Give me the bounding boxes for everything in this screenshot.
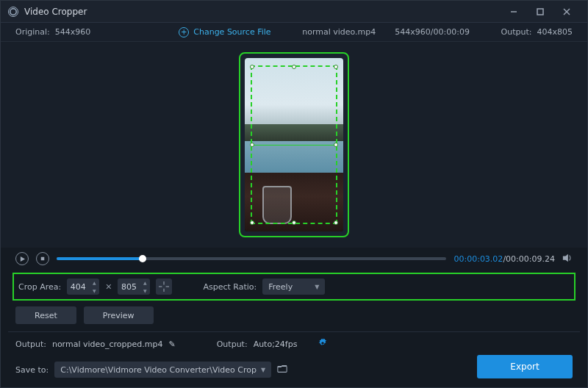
crop-height-input[interactable]: [118, 282, 140, 292]
save-path-value: C:\Vidmore\Vidmore Video Converter\Video…: [60, 365, 257, 375]
change-source-label: Change Source File: [193, 27, 270, 37]
reset-button[interactable]: Reset: [15, 306, 76, 324]
plus-icon: +: [179, 27, 189, 37]
preview-area: [1, 42, 587, 248]
chevron-up-icon[interactable]: ▲: [140, 279, 150, 287]
svg-marker-5: [20, 256, 24, 262]
crop-area-label: Crop Area:: [18, 282, 61, 292]
video-thumbnail: [245, 58, 343, 231]
preview-button[interactable]: Preview: [84, 306, 154, 324]
svg-rect-2: [537, 9, 543, 15]
chevron-down-icon[interactable]: ▼: [140, 287, 150, 295]
player-controls: 00:00:03.02/00:00:09.24: [1, 248, 587, 270]
chevron-down-icon[interactable]: ▼: [89, 287, 99, 295]
svg-rect-6: [41, 257, 45, 261]
source-dims-duration: 544x960/00:00:09: [395, 27, 470, 37]
app-title: Video Cropper: [24, 7, 87, 17]
svg-point-0: [10, 8, 16, 14]
settings-button[interactable]: [318, 338, 328, 351]
output-file-name: normal video_cropped.mp4: [52, 340, 163, 349]
open-folder-button[interactable]: [277, 364, 287, 376]
window-maximize-button[interactable]: [527, 1, 553, 23]
time-current: 00:00:03.02: [453, 254, 503, 264]
crop-width-input[interactable]: [67, 282, 89, 292]
play-button[interactable]: [15, 252, 29, 265]
save-path-select[interactable]: C:\Vidmore\Vidmore Video Converter\Video…: [54, 362, 271, 378]
original-label: Original:: [15, 27, 50, 37]
time-total: 00:00:09.24: [506, 254, 555, 264]
save-to-label: Save to:: [15, 365, 49, 375]
chevron-down-icon: ▼: [261, 367, 265, 373]
svg-marker-7: [563, 254, 568, 262]
crop-height-stepper[interactable]: ▲▼: [118, 279, 150, 295]
change-source-button[interactable]: + Change Source File: [179, 27, 270, 37]
time-display: 00:00:03.02/00:00:09.24: [453, 254, 555, 264]
seek-slider[interactable]: [57, 257, 446, 260]
source-filename: normal video.mp4: [302, 27, 376, 37]
export-button[interactable]: Export: [477, 355, 573, 378]
original-dims: 544x960: [55, 27, 91, 37]
crop-controls: Crop Area: ▲▼ ✕ ▲▼ Aspect Ratio: Freely …: [12, 273, 576, 301]
stop-button[interactable]: [36, 252, 49, 265]
edit-name-icon[interactable]: ✎: [168, 340, 175, 349]
chevron-up-icon[interactable]: ▲: [89, 279, 99, 287]
titlebar: Video Cropper: [1, 1, 587, 23]
app-logo-icon: [8, 7, 18, 17]
chevron-down-icon: ▼: [315, 284, 319, 290]
window-minimize-button[interactable]: [501, 1, 527, 23]
video-frame[interactable]: [239, 52, 349, 237]
save-row: Save to: C:\Vidmore\Vidmore Video Conver…: [1, 356, 587, 387]
output-row: Output: normal video_cropped.mp4 ✎ Outpu…: [1, 332, 587, 356]
info-bar: Original: 544x960 + Change Source File n…: [1, 23, 587, 42]
center-crop-button[interactable]: [156, 279, 172, 295]
aspect-ratio-value: Freely: [268, 282, 293, 292]
multiply-icon: ✕: [105, 282, 112, 292]
output-label: Output:: [501, 27, 532, 37]
window-close-button[interactable]: [553, 1, 580, 23]
output-format-label: Output:: [217, 340, 248, 349]
aspect-ratio-label: Aspect Ratio:: [203, 282, 257, 292]
output-dims: 404x805: [537, 27, 573, 37]
crop-width-stepper[interactable]: ▲▼: [67, 279, 99, 295]
aspect-ratio-select[interactable]: Freely ▼: [262, 279, 325, 295]
volume-button[interactable]: [562, 253, 573, 265]
seek-knob-icon[interactable]: [139, 255, 146, 262]
output-format-value: Auto;24fps: [254, 340, 298, 349]
output-file-label: Output:: [15, 340, 46, 349]
